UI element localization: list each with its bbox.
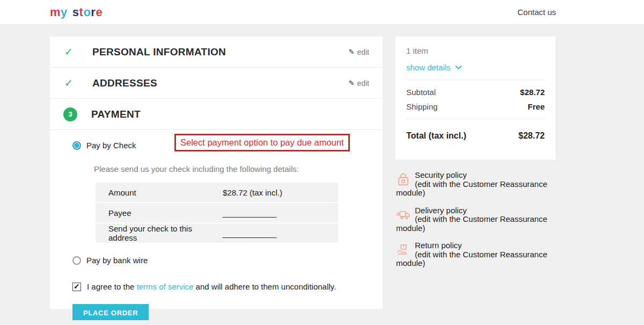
logo-letter: s	[72, 5, 79, 19]
checkout-panel: ✓ PERSONAL INFORMATION ✎ edit ✓ ADDRESSE…	[50, 37, 383, 309]
logo-letter: m	[50, 5, 61, 19]
terms-prefix: I agree to the	[87, 282, 137, 291]
payee-label: Payee	[96, 203, 217, 222]
shipping-row: Shipping Free	[406, 102, 545, 111]
order-summary-panel: 1 item show details Subtotal $28.72 Ship…	[396, 37, 555, 160]
pay-by-check-label: Pay by Check	[86, 141, 136, 150]
shipping-label: Shipping	[406, 102, 437, 111]
shipping-value: Free	[528, 102, 545, 111]
divider	[406, 119, 545, 119]
pay-by-check-radio[interactable]	[72, 141, 81, 150]
pay-by-check-option: Pay by Check Select payment option to pa…	[72, 141, 369, 150]
terms-text: I agree to the terms of service and will…	[87, 282, 336, 291]
pay-by-bank-wire-option: Pay by bank wire	[72, 256, 369, 265]
subtotal-label: Subtotal	[406, 88, 436, 97]
pay-by-bank-wire-label: Pay by bank wire	[86, 256, 148, 265]
lock-icon	[396, 171, 411, 189]
pay-by-bank-wire-radio[interactable]	[72, 256, 81, 265]
subtotal-value: $28.72	[520, 88, 545, 97]
terms-checkbox[interactable]	[72, 283, 81, 291]
section-title: PAYMENT	[91, 109, 141, 120]
delivery-policy-item: Delivery policy (edit with the Customer …	[396, 206, 558, 233]
section-addresses: ✓ ADDRESSES ✎ edit	[50, 68, 383, 99]
section-title: PERSONAL INFORMATION	[92, 46, 226, 58]
return-policy-item: Return policy (edit with the Customer Re…	[396, 241, 558, 268]
section-payment: 3 PAYMENT	[50, 99, 383, 130]
chevron-down-icon	[455, 65, 462, 70]
contact-us-link[interactable]: Contact us	[517, 8, 556, 17]
section-personal-information: ✓ PERSONAL INFORMATION ✎ edit	[50, 37, 383, 68]
edit-personal-information-button[interactable]: ✎ edit	[349, 48, 369, 56]
policy-title: Delivery policy	[396, 206, 558, 215]
policy-note: (edit with the Customer Reassurance modu…	[396, 214, 547, 233]
total-value: $28.72	[518, 131, 545, 141]
amount-label: Amount	[96, 183, 217, 202]
policy-title: Security policy	[396, 171, 558, 180]
pencil-icon: ✎	[349, 79, 355, 87]
section-title: ADDRESSES	[92, 77, 157, 89]
policy-note: (edit with the Customer Reassurance modu…	[396, 250, 547, 268]
amount-value: $28.72 (tax incl.)	[217, 183, 338, 202]
divider	[406, 80, 545, 80]
show-details-link[interactable]: show details	[406, 63, 545, 72]
policy-note: (edit with the Customer Reassurance modu…	[396, 179, 547, 198]
edit-label: edit	[357, 48, 369, 56]
truck-icon	[396, 207, 411, 224]
table-row-amount: Amount $28.72 (tax incl.)	[96, 183, 338, 202]
check-details-table: Amount $28.72 (tax incl.) Payee ________…	[96, 182, 338, 244]
check-instructions: Please send us your check including the …	[94, 164, 369, 174]
site-header: mystore Contact us	[0, 0, 644, 25]
logo-letter: e	[96, 5, 103, 19]
security-policy-item: Security policy (edit with the Customer …	[396, 171, 558, 198]
payee-value: ____________	[217, 203, 338, 222]
terms-agreement-row: I agree to the terms of service and will…	[72, 282, 369, 291]
logo-letter: y	[61, 5, 68, 19]
terms-suffix: and will adhere to them unconditionally.	[193, 282, 336, 291]
subtotal-row: Subtotal $28.72	[406, 88, 545, 97]
total-label: Total (tax incl.)	[406, 131, 466, 141]
reassurance-policies: Security policy (edit with the Customer …	[396, 171, 558, 277]
items-count: 1 item	[406, 46, 545, 55]
annotation-select-payment: Select payment option to pay due amount	[174, 134, 350, 151]
checkmark-icon: ✓	[64, 46, 76, 58]
pencil-icon: ✎	[349, 48, 355, 56]
edit-label: edit	[357, 79, 369, 88]
place-order-button[interactable]: PLACE ORDER	[72, 304, 149, 320]
edit-addresses-button[interactable]: ✎ edit	[349, 79, 369, 88]
terms-of-service-link[interactable]: terms of service	[137, 282, 194, 291]
checkmark-icon: ✓	[64, 77, 76, 89]
logo-letter: o	[83, 5, 91, 19]
policy-title: Return policy	[396, 241, 558, 250]
show-details-label: show details	[406, 63, 451, 72]
total-row: Total (tax incl.) $28.72	[406, 131, 545, 141]
checkout-page: mystore Contact us ✓ PERSONAL INFORMATIO…	[0, 0, 644, 325]
step-number-badge: 3	[63, 107, 77, 121]
store-logo[interactable]: mystore	[50, 5, 103, 19]
return-icon	[396, 242, 411, 259]
send-address-label: Send your check to this address	[96, 223, 217, 243]
send-address-value: ____________	[217, 223, 338, 243]
table-row-payee: Payee ____________	[96, 203, 338, 222]
payment-body: Pay by Check Select payment option to pa…	[50, 141, 383, 320]
table-row-send-address: Send your check to this address ________…	[96, 223, 338, 243]
